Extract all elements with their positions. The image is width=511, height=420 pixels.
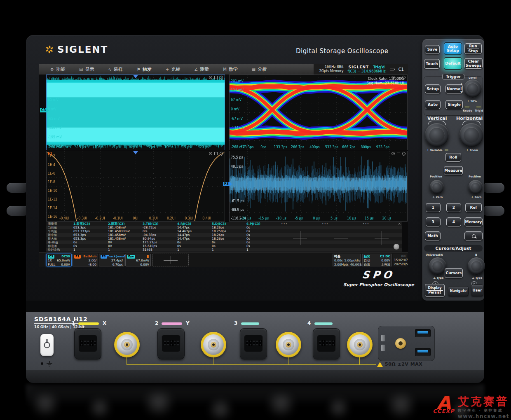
expand-icon[interactable] (214, 152, 218, 155)
vertical-position-knob[interactable] (430, 180, 444, 194)
trigger-setup-button[interactable]: Setup (425, 84, 441, 93)
table-scroll-handle[interactable] (394, 244, 399, 250)
expand-icon[interactable] (214, 76, 218, 79)
panel-channel-waveform[interactable]: -260 mV 65 mV0 mV-65 mV-130 mV-195 mV-20… (46, 75, 225, 150)
channel-c3-axis-tag[interactable]: C3 (40, 108, 47, 112)
y-axis-tick: 67 mV (231, 98, 241, 102)
channel-3-bnc-connector (276, 332, 301, 357)
spo-text: SPO (342, 269, 414, 281)
power-button[interactable] (40, 334, 54, 356)
menu-item-math[interactable]: M数学 (216, 64, 245, 75)
add-measurement-icon[interactable] (375, 231, 389, 245)
menu-item-function[interactable]: ⚙功能 (43, 64, 72, 75)
tie-track-canvas[interactable] (230, 151, 407, 221)
run-stop-button[interactable]: RunStop (464, 43, 482, 54)
trigger-position-icon[interactable] (133, 75, 138, 78)
trace-descriptor-f3[interactable]: F3Track(mea3)27.4ps/6.70ps (99, 254, 124, 266)
pin-icon[interactable] (401, 151, 406, 156)
menu-item-display[interactable]: ▤显示 (72, 64, 101, 75)
oscilloscope-screen[interactable]: ⚙功能▤显示∿采样⚑触发+光标∠测量M数学▦分析 16GHz-8Bit 2Gpt… (39, 64, 408, 267)
camera-icon[interactable] (209, 152, 212, 155)
touch-button[interactable]: Touch (424, 59, 440, 69)
channel-2-stripe (162, 322, 182, 325)
memory-button[interactable]: Memory (464, 217, 483, 226)
camera-icon[interactable] (391, 152, 395, 155)
clear-sweeps-button[interactable]: ClearSweeps (464, 58, 483, 69)
table-cell: 1 (176, 248, 210, 252)
universal-a-knob[interactable] (429, 257, 446, 275)
table-cell: 18.26ps (210, 226, 245, 229)
menu-item-measure[interactable]: ∠测量 (187, 64, 216, 75)
save-button[interactable]: Save (425, 45, 440, 54)
table-col-header[interactable]: 4.RJ(C3) (176, 222, 210, 226)
y-axis-tick: -195 mV (48, 135, 62, 139)
table-extra-header: ••• (279, 222, 320, 226)
table-col-header[interactable]: 1.眼宽(C3) (72, 222, 106, 226)
trigger-box[interactable]: 触发 C3 DC 自动0.00V 边沿上升沿 (362, 254, 392, 266)
bandwidth-label: 16GHz-8Bit (319, 65, 344, 69)
trigger-auto-button[interactable]: Auto (425, 100, 441, 109)
trace-descriptor-f1[interactable]: F1Bathtub2.00/-8.00 (73, 254, 98, 266)
table-cell: 181.458mV (106, 233, 141, 237)
channel-1-button[interactable]: 1 (426, 203, 441, 212)
pin-icon[interactable] (219, 75, 223, 79)
panel-tie-track[interactable]: -116.2 ps 75.5 ps48.1 ps-61.5 ps-88.9 ps… (229, 151, 408, 222)
x-axis-tick: 0.1UI (149, 217, 158, 220)
menu-item-cursor[interactable]: +光标 (159, 64, 187, 75)
math-button[interactable]: Math (425, 231, 441, 240)
trigger-position-icon[interactable] (133, 151, 138, 154)
time-label: 15:02:07 (394, 258, 406, 262)
cursors-button[interactable]: Cursors (445, 268, 463, 278)
ref-button[interactable]: Ref (465, 203, 482, 212)
vertical-scale-knob[interactable] (425, 123, 449, 147)
table-col-header[interactable]: 5.DJ(C3) (210, 222, 245, 226)
f3-axis-tag[interactable]: F3 (223, 182, 230, 186)
bathtub-canvas[interactable] (47, 151, 225, 221)
active-channel-label[interactable]: C1 (398, 67, 404, 72)
x-axis-tick: 15 µs (182, 145, 191, 149)
horizontal-position-knob[interactable] (469, 180, 483, 194)
close-icon[interactable]: × (398, 222, 401, 226)
trigger-level-knob[interactable] (464, 79, 482, 98)
level-label: Level (469, 76, 476, 79)
channel-4-button[interactable]: 4 (446, 217, 461, 226)
camera-icon[interactable] (209, 76, 212, 79)
menu-item-analysis[interactable]: ▦分析 (245, 64, 274, 75)
channel-waveform-canvas[interactable] (47, 75, 225, 150)
navigate-button[interactable]: Navigate (448, 286, 469, 296)
eye-diagram-canvas[interactable] (230, 75, 407, 150)
panel-eye-diagram[interactable]: Clock Rate: 1.2500G Seg Num: 27.510k UI … (229, 75, 408, 150)
trigger-single-button[interactable]: Single (445, 100, 463, 109)
add-measurement-icon[interactable] (293, 231, 307, 245)
left-handle (7, 206, 29, 216)
channel-2-button[interactable]: 2 (446, 203, 461, 212)
product-photo-stage: SIGLENT Digital Storage Oscilloscope ⚙功能… (0, 0, 511, 420)
roll-button[interactable]: Roll (445, 153, 461, 162)
display-persist-button[interactable]: DisplayPersist (425, 284, 445, 297)
table-col-header[interactable]: 3.TIE(C3) (141, 222, 176, 226)
front-control-panel: Save AutoSetup RunStop Touch Default Cle… (422, 39, 484, 301)
expand-icon[interactable] (397, 152, 400, 155)
panel-bathtub-curve[interactable]: F1 1E-21E-41E-61E-81E-101E-121E-141E-16-… (46, 151, 225, 222)
y-axis-tick: -130 mV (48, 126, 62, 130)
default-button[interactable]: Default (444, 57, 462, 70)
adjust-b-knob[interactable] (468, 257, 485, 275)
table-col-header[interactable]: 2.眼高(C3) (106, 222, 141, 226)
auto-setup-button[interactable]: AutoSetup (444, 42, 462, 55)
timebase-box[interactable]: 时基 0.00s5.00µs/div 2.00Mpts40.0GSa/s (333, 254, 361, 266)
search-button[interactable] (464, 231, 483, 240)
add-measurement-icon[interactable] (334, 231, 348, 245)
channel-3-button[interactable]: 3 (426, 217, 441, 226)
horizontal-scale-knob[interactable] (459, 123, 483, 147)
trace-descriptor-c3[interactable]: C3DC501X65.0mV/FULL0.00V (46, 254, 72, 266)
menu-item-acquire[interactable]: ∿采样 (101, 64, 129, 75)
user-button[interactable]: User (471, 285, 483, 296)
trace-descriptor-eye[interactable]: Eye67.0mV/0.00V (125, 254, 151, 266)
table-col-header[interactable]: 6.PJ(C3) (245, 222, 279, 226)
add-trace-button[interactable] (152, 254, 189, 266)
x-axis-tick: -10 µs (276, 217, 286, 220)
pin-icon[interactable] (219, 151, 223, 156)
measure-button[interactable]: Measure (444, 166, 463, 175)
menu-item-trigger[interactable]: ⚑触发 (130, 64, 159, 75)
x-axis-tick: -15 µs (258, 217, 269, 220)
